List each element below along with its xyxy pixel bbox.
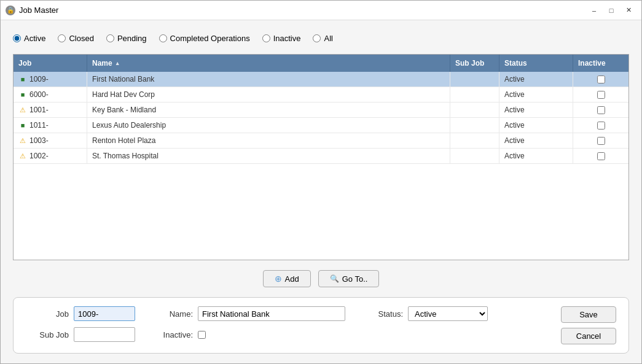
status-label: Status: (360, 309, 403, 319)
cell-status-4: Active (499, 133, 573, 148)
maximize-button[interactable]: □ (603, 4, 619, 17)
col-job: Job (14, 55, 87, 72)
col-status: Status (499, 55, 573, 72)
app-icon: 🔒 (6, 6, 15, 15)
table-row[interactable]: ■ 6000- Hard Hat Dev Corp Active (14, 87, 628, 103)
radio-closed[interactable]: Closed (58, 34, 93, 43)
window-title: Job Master (19, 6, 58, 15)
row-icon-warning: ⚠ (18, 106, 27, 114)
cell-inactive-1 (573, 87, 628, 102)
cell-name-3: Lexus Auto Dealership (87, 118, 450, 133)
table-row[interactable]: ■ 1009- First National Bank Active (14, 72, 628, 87)
row-icon-green: ■ (18, 90, 27, 99)
cell-inactive-0 (573, 72, 628, 87)
cancel-button[interactable]: Cancel (561, 328, 616, 344)
cell-job-5: ⚠ 1002- (14, 149, 87, 163)
radio-all[interactable]: All (313, 34, 332, 43)
subjob-input[interactable] (74, 327, 135, 342)
radio-active[interactable]: Active (13, 34, 45, 43)
cell-status-5: Active (499, 149, 573, 163)
detail-fields: Job Name: Status: Active Inactive Closed… (26, 306, 549, 342)
cell-subjob-5 (450, 149, 499, 163)
cell-name-1: Hard Hat Dev Corp (87, 87, 450, 102)
inactive-label: Inactive: (150, 330, 193, 339)
detail-panel: Job Name: Status: Active Inactive Closed… (13, 297, 629, 354)
main-window: 🔒 Job Master – □ ✕ Active Closed Pending (0, 0, 642, 364)
col-subjob: Sub Job (450, 55, 499, 72)
radio-pending[interactable]: Pending (106, 34, 147, 43)
cell-name-0: First National Bank (87, 72, 450, 87)
cell-inactive-4 (573, 133, 628, 148)
cell-job-0: ■ 1009- (14, 72, 87, 87)
cell-subjob-2 (450, 103, 499, 117)
sort-icon: ▲ (115, 60, 120, 66)
job-label: Job (26, 309, 69, 319)
action-buttons: ⊕ Add 🔍 Go To.. (13, 268, 629, 290)
subjob-label: Sub Job (26, 330, 69, 339)
search-icon: 🔍 (330, 274, 339, 283)
minimize-button[interactable]: – (586, 4, 602, 17)
table-header: Job Name ▲ Sub Job Status Inactive (14, 55, 628, 72)
cell-subjob-4 (450, 133, 499, 148)
goto-button[interactable]: 🔍 Go To.. (318, 270, 380, 287)
cell-status-3: Active (499, 118, 573, 133)
row-icon-green: ■ (18, 121, 27, 130)
content-area: Active Closed Pending Completed Operatio… (1, 20, 641, 363)
cell-job-3: ■ 1011- (14, 118, 87, 133)
row-icon-green: ■ (18, 75, 27, 83)
col-inactive: Inactive (573, 55, 628, 72)
window-controls: – □ ✕ (586, 4, 636, 17)
add-icon: ⊕ (275, 274, 282, 284)
close-button[interactable]: ✕ (620, 4, 636, 17)
cell-name-5: St. Thomas Hospital (87, 149, 450, 163)
cell-subjob-3 (450, 118, 499, 133)
table-row[interactable]: ⚠ 1001- Key Bank - Midland Active (14, 103, 628, 118)
table-body: ■ 1009- First National Bank Active ■ 600… (14, 72, 628, 260)
cell-inactive-3 (573, 118, 628, 133)
detail-action-buttons: Save Cancel (561, 306, 616, 344)
save-button[interactable]: Save (561, 306, 616, 323)
cell-job-4: ⚠ 1003- (14, 133, 87, 148)
cell-status-1: Active (499, 87, 573, 102)
row-icon-warning: ⚠ (18, 136, 27, 145)
cell-status-2: Active (499, 103, 573, 117)
table-row[interactable]: ■ 1011- Lexus Auto Dealership Active (14, 118, 628, 133)
cell-subjob-1 (450, 87, 499, 102)
status-select[interactable]: Active Inactive Closed Pending (408, 306, 488, 321)
table-row[interactable]: ⚠ 1003- Renton Hotel Plaza Active (14, 133, 628, 149)
cell-subjob-0 (450, 72, 499, 87)
cell-inactive-2 (573, 103, 628, 117)
inactive-checkbox[interactable] (198, 331, 206, 339)
job-input[interactable] (74, 306, 135, 321)
cell-inactive-5 (573, 149, 628, 163)
name-input[interactable] (198, 306, 345, 321)
radio-completed[interactable]: Completed Operations (159, 34, 250, 43)
radio-inactive[interactable]: Inactive (262, 34, 301, 43)
add-button[interactable]: ⊕ Add (263, 270, 311, 287)
title-bar: 🔒 Job Master – □ ✕ (1, 1, 641, 20)
name-label: Name: (150, 309, 193, 319)
table-row[interactable]: ⚠ 1002- St. Thomas Hospital Active (14, 149, 628, 164)
cell-name-2: Key Bank - Midland (87, 103, 450, 117)
cell-name-4: Renton Hotel Plaza (87, 133, 450, 148)
job-table: Job Name ▲ Sub Job Status Inactive (13, 54, 629, 260)
cell-status-0: Active (499, 72, 573, 87)
filter-radio-group: Active Closed Pending Completed Operatio… (13, 30, 629, 47)
cell-job-1: ■ 6000- (14, 87, 87, 102)
col-name: Name ▲ (87, 55, 450, 72)
job-field-row: Job Name: Status: Active Inactive Closed… (26, 306, 549, 321)
row-icon-warning: ⚠ (18, 152, 27, 160)
subjob-field-row: Sub Job Inactive: (26, 327, 549, 342)
cell-job-2: ⚠ 1001- (14, 103, 87, 117)
